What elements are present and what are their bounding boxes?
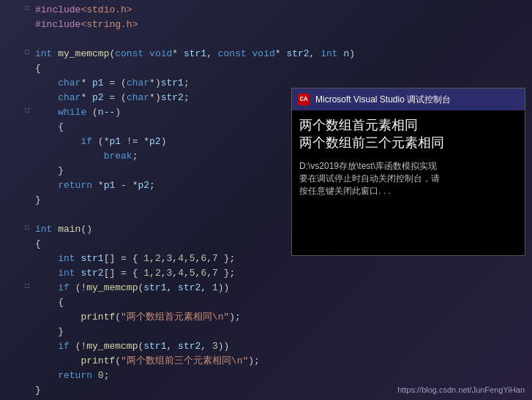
vs-icon-text: CA — [300, 96, 308, 103]
code-text: } — [35, 325, 529, 339]
code-line: { — [0, 295, 532, 310]
console-title: Microsoft Visual Studio 调试控制台 — [315, 94, 451, 106]
code-line-blank — [0, 32, 532, 47]
code-text: if (!my_memcmp(str1, str2, 1)) — [35, 281, 529, 295]
collapse-btn[interactable]: □ — [25, 281, 35, 292]
code-line: □ if (!my_memcmp(str1, str2, 1)) — [0, 281, 532, 295]
console-hint-1: 要在调试停止时自动关闭控制台，请 — [299, 173, 517, 185]
code-text: if (!my_memcmp(str1, str2, 3)) — [35, 339, 529, 354]
code-text: #include<stdio.h> — [35, 3, 529, 18]
code-text — [35, 32, 529, 47]
code-line: printf("两个数组前三个元素相同\n"); — [0, 354, 532, 369]
code-text: printf("两个数组前三个元素相同\n"); — [35, 354, 529, 369]
console-window[interactable]: CA Microsoft Visual Studio 调试控制台 两个数组首元素… — [291, 88, 525, 256]
code-text: int my_memcmp(const void* str1, const vo… — [35, 47, 529, 61]
console-path: D:\vs2019存放\test\库函数模拟实现 — [299, 160, 517, 173]
url-bar: https://blog.csdn.net/JunFengYiHan — [397, 385, 525, 394]
code-line-funcdef: □ int my_memcmp(const void* str1, const … — [0, 47, 532, 61]
code-line: printf("两个数组首元素相同\n"); — [0, 310, 532, 325]
code-line-brace: { — [0, 61, 532, 76]
console-output-line-1: 两个数组首元素相同 — [299, 116, 517, 134]
collapse-btn[interactable]: □ — [25, 47, 35, 58]
code-text: int str2[] = { 1,2,3,4,5,6,7 }; — [35, 266, 529, 281]
vs-icon: CA — [298, 94, 310, 105]
console-body: 两个数组首元素相同 两个数组前三个元素相同 D:\vs2019存放\test\库… — [292, 110, 525, 255]
code-line: return 0; — [0, 369, 532, 383]
code-text: { — [35, 295, 529, 310]
console-hint-2: 按任意键关闭此窗口. . . — [299, 185, 517, 197]
collapse-btn[interactable]: □ — [25, 222, 35, 233]
collapse-btn[interactable]: □ — [25, 3, 35, 14]
code-line-2: #include<string.h> — [0, 18, 532, 32]
code-text: printf("两个数组首元素相同\n"); — [35, 310, 529, 325]
collapse-btn[interactable]: □ — [25, 105, 35, 116]
code-line: int str2[] = { 1,2,3,4,5,6,7 }; — [0, 266, 532, 281]
console-titlebar: CA Microsoft Visual Studio 调试控制台 — [292, 88, 525, 110]
code-line-1: □ #include<stdio.h> — [0, 3, 532, 18]
code-text: #include<string.h> — [35, 18, 529, 32]
code-text: return 0; — [35, 369, 529, 383]
console-output-line-2: 两个数组前三个元素相同 — [299, 134, 517, 151]
code-line: if (!my_memcmp(str1, str2, 3)) — [0, 339, 532, 354]
code-text: { — [35, 61, 529, 76]
code-line: } — [0, 325, 532, 339]
url-text: https://blog.csdn.net/JunFengYiHan — [397, 385, 525, 394]
